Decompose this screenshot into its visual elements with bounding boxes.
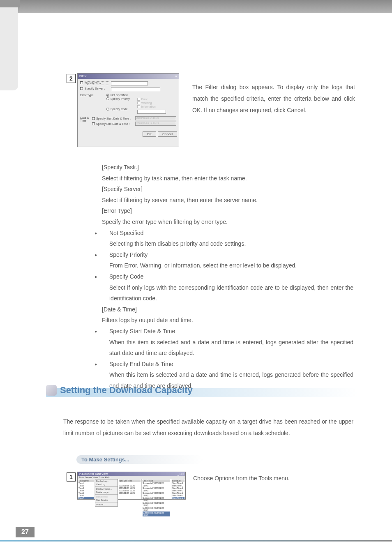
specification-list: [Specify Task.] Select if filtering by t…: [102, 162, 353, 391]
dd-display-log[interactable]: Display Log...: [95, 479, 118, 483]
information-cb-label: Information: [141, 105, 156, 108]
bullet-not-specified: Not Specified: [102, 228, 353, 239]
spec-task-desc: Select if filtering by task name, then e…: [102, 173, 353, 184]
res-cell: Succeeded(2003/01/28 11:00): [143, 507, 170, 512]
res-cell: Succeeded(2003/01/28 11:00): [143, 502, 170, 507]
bullet-start-dt: Specify Start Date & Time: [102, 326, 353, 337]
spec-errortype-header: [Error Type]: [102, 205, 353, 217]
spec-task-header: [Specify Task.]: [102, 162, 353, 173]
filter-description: The Filter dialog box appears. To displa…: [192, 81, 355, 116]
bottom-bar: [0, 540, 392, 541]
ok-button[interactable]: OK: [143, 131, 157, 137]
dd-delete-image[interactable]: Delete Image...: [95, 491, 118, 494]
res-cell: Succeeded(2003/01/28 11:00): [143, 482, 170, 487]
cancel-button[interactable]: Cancel: [158, 131, 177, 137]
dd-stop-service[interactable]: Stop Service: [95, 498, 118, 502]
specify-priority-label: Specify Priority: [111, 97, 130, 100]
bullet-not-specified-desc: Selecting this item disables priority an…: [102, 238, 353, 249]
page-number: 27: [16, 527, 35, 537]
res-cell: Succeeded(2003/01/28 11:00): [143, 497, 170, 502]
spec-errortype-desc: Specify the error type when filtering by…: [102, 217, 353, 228]
dd-start-service: Start Service: [95, 495, 118, 498]
information-checkbox[interactable]: [137, 105, 140, 108]
specify-code-label: Specify Code: [111, 108, 128, 111]
section-title: Setting the Download Capacity: [60, 385, 193, 396]
error-cb-label: Error: [141, 98, 148, 101]
start-dt-input[interactable]: 2003/01/28 14:18:22: [135, 116, 176, 120]
start-dt-label: Specify Start Date & Time :: [96, 117, 134, 120]
res-cell-selected: Succeeded(2003/01/28 11:00): [143, 512, 170, 516]
spec-datetime-header: [Date & Time]: [102, 304, 353, 315]
tv-titlebar: VBCollector Task View _ □ ×: [78, 472, 185, 476]
bullet-specify-priority-desc: From Error, Warning, or Information, sel…: [102, 260, 353, 271]
dialog-titlebar: Filter ×: [78, 74, 179, 79]
not-specified-radio[interactable]: [106, 94, 109, 97]
chapter-tab: [0, 0, 18, 90]
warning-checkbox[interactable]: [137, 101, 140, 104]
specify-server-checkbox[interactable]: [80, 87, 83, 90]
bullet-specify-priority: Specify Priority: [102, 249, 353, 260]
error-checkbox[interactable]: [137, 98, 140, 101]
specify-priority-radio[interactable]: [106, 97, 109, 100]
bullet-specify-code: Specify Code: [102, 271, 353, 282]
dialog-title-text: Filter: [79, 74, 87, 78]
specify-task-input[interactable]: [111, 81, 148, 85]
spec-server-header: [Specify Server]: [102, 184, 353, 195]
step1-description: Choose Options from the Tools menu.: [193, 472, 290, 484]
spec-server-desc: Select if filtering by server name, then…: [102, 195, 353, 206]
end-dt-label: Specify End Date & Time :: [96, 122, 134, 125]
specify-code-input[interactable]: [137, 110, 166, 114]
res-cell: Succeeded(2003/01/28 11:00): [143, 492, 170, 497]
spec-datetime-desc: Filters logs by output date and time.: [102, 315, 353, 326]
dd-display-images[interactable]: Display Images...: [95, 487, 118, 491]
tv-title-text: VBCollector Task View: [79, 472, 108, 475]
not-specified-label: Not Specified: [111, 94, 128, 97]
specify-task-label: Specify Task :: [85, 81, 109, 85]
step-1-number: 1: [67, 472, 76, 482]
specify-server-input[interactable]: [111, 87, 160, 91]
sub-header: To Make Settings...: [76, 455, 203, 464]
tv-menubar[interactable]: Task Server View Tools Help: [78, 476, 185, 479]
section-description: The response to be taken when the specif…: [63, 416, 353, 439]
res-cell: Succeeded(2003/01/28 11:00): [143, 487, 170, 492]
end-dt-input[interactable]: 2003/01/28 14:18:22: [135, 122, 176, 126]
section-header: Setting the Download Capacity: [46, 385, 193, 396]
bullet-start-dt-desc: When this item is selected and a date an…: [102, 337, 353, 359]
step-2-number: 2: [67, 74, 76, 83]
datetime-label: Date & Time: [80, 116, 90, 122]
bullet-end-dt: Specify End Date & Time: [102, 359, 353, 370]
task-view-window: VBCollector Task View _ □ × Task Server …: [77, 472, 186, 500]
bullet-specify-code-desc: Select if only logs with the correspondi…: [102, 282, 353, 304]
specify-code-radio[interactable]: [106, 108, 109, 111]
filter-dialog: Filter × Specify Task : Specify Server :…: [77, 73, 179, 147]
start-dt-checkbox[interactable]: [92, 117, 95, 120]
top-bar: [0, 0, 392, 13]
warning-cb-label: Warning: [141, 101, 152, 104]
specify-server-label: Specify Server :: [85, 87, 109, 90]
tools-dropdown: Display Log... Clear Log Display Images.…: [95, 479, 118, 507]
close-icon[interactable]: ×: [175, 74, 177, 78]
error-type-label: Error Type: [80, 94, 105, 97]
dt-cell: 2003/01/28 11:25: [119, 492, 141, 494]
dd-clear-log[interactable]: Clear Log: [95, 483, 118, 486]
specify-task-checkbox[interactable]: [80, 81, 83, 84]
section-icon: [46, 385, 57, 396]
sch-cell-selected: Start Time 2: [172, 497, 184, 499]
end-dt-checkbox[interactable]: [92, 122, 95, 125]
task-row-selected: Task7: [78, 497, 94, 499]
dd-options[interactable]: Options...: [95, 503, 118, 506]
tv-window-buttons[interactable]: _ □ ×: [178, 472, 184, 475]
